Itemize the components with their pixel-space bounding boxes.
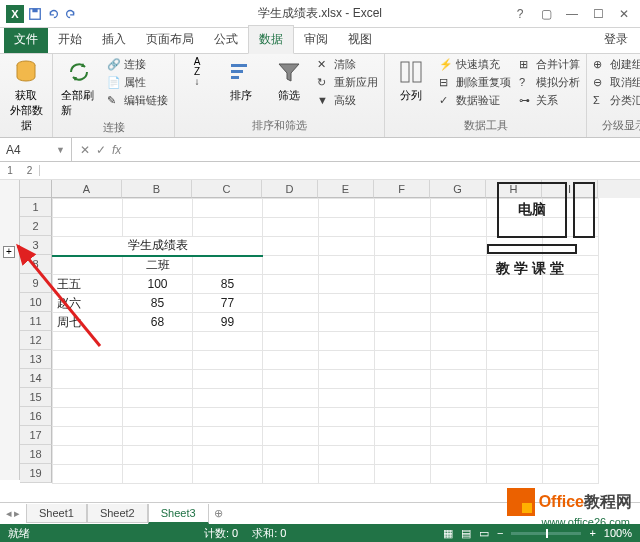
cell[interactable]: 85 [123,294,193,313]
ribbon: 获取 外部数据 全部刷新 🔗连接 📄属性 ✎编辑链接 连接 AZ↓ [0,54,640,138]
row-header[interactable]: 8 [20,255,52,274]
row-header[interactable]: 3 [20,236,52,255]
cancel-formula-icon[interactable]: ✕ [80,143,90,157]
undo-icon[interactable] [46,7,60,21]
zoom-level[interactable]: 100% [604,527,632,539]
save-icon[interactable] [28,7,42,21]
new-sheet-button[interactable]: ⊕ [209,507,229,520]
data-validation-button[interactable]: ✓数据验证 [437,92,513,109]
select-all-cell[interactable] [20,180,52,198]
status-ready: 就绪 [8,526,30,541]
cell-subtitle[interactable]: 二班 [123,256,193,275]
col-header[interactable]: E [318,180,374,198]
ungroup-button[interactable]: ⊖取消组合 [591,74,640,91]
group-connections-label: 连接 [57,120,170,137]
reapply-button[interactable]: ↻重新应用 [315,74,380,91]
sheet-tab[interactable]: Sheet1 [26,504,87,523]
ribbon-options-icon[interactable]: ▢ [534,4,558,24]
cell[interactable]: 赵六 [53,294,123,313]
outline-level-1[interactable]: 1 [0,165,20,176]
col-header[interactable]: B [122,180,192,198]
relationships-button[interactable]: ⊶关系 [517,92,582,109]
cell[interactable]: 68 [123,313,193,332]
excel-icon[interactable]: X [6,5,24,23]
tab-file[interactable]: 文件 [4,26,48,53]
cell[interactable]: 100 [123,275,193,294]
cell[interactable]: 王五 [53,275,123,294]
redo-icon[interactable] [64,7,78,21]
row-header[interactable]: 15 [20,388,52,407]
get-external-data-button[interactable]: 获取 外部数据 [4,56,48,135]
tab-layout[interactable]: 页面布局 [136,26,204,53]
help-icon[interactable]: ? [508,4,532,24]
row-header[interactable]: 12 [20,331,52,350]
subtotal-button[interactable]: Σ分类汇总 [591,92,640,109]
enter-formula-icon[interactable]: ✓ [96,143,106,157]
close-icon[interactable]: ✕ [612,4,636,24]
outline-strip: + [0,180,20,480]
properties-button[interactable]: 📄属性 [105,74,170,91]
row-header[interactable]: 19 [20,464,52,483]
watermark-logo: Office教程网 [507,488,632,516]
row-header[interactable]: 9 [20,274,52,293]
formula-bar: A4▼ ✕ ✓ fx [0,138,640,162]
row-header[interactable]: 1 [20,198,52,217]
row-header[interactable]: 18 [20,445,52,464]
text-to-columns-button[interactable]: 分列 [389,56,433,105]
refresh-all-button[interactable]: 全部刷新 [57,56,101,120]
cell[interactable]: 85 [193,275,263,294]
login-link[interactable]: 登录 [592,26,640,53]
row-header[interactable]: 14 [20,369,52,388]
cell-title[interactable]: 学生成绩表 [53,237,263,256]
col-header[interactable]: F [374,180,430,198]
sheet-nav-last-icon[interactable]: ▸ [14,507,20,520]
tab-insert[interactable]: 插入 [92,26,136,53]
tab-view[interactable]: 视图 [338,26,382,53]
view-layout-icon[interactable]: ▤ [461,527,471,540]
row-header[interactable]: 11 [20,312,52,331]
zoom-in-icon[interactable]: + [589,527,595,539]
maximize-icon[interactable]: ☐ [586,4,610,24]
sort-az-button[interactable]: AZ↓ [179,56,215,88]
connections-button[interactable]: 🔗连接 [105,56,170,73]
filter-button[interactable]: 筛选 [267,56,311,105]
sheet-tab-active[interactable]: Sheet3 [148,504,209,524]
refresh-icon [65,58,93,86]
sort-button[interactable]: 排序 [219,56,263,105]
minimize-icon[interactable]: — [560,4,584,24]
cell[interactable]: 77 [193,294,263,313]
tab-review[interactable]: 审阅 [294,26,338,53]
outline-expand-button[interactable]: + [3,246,15,258]
row-header[interactable]: 17 [20,426,52,445]
zoom-slider[interactable] [511,532,581,535]
zoom-out-icon[interactable]: − [497,527,503,539]
advanced-filter-button[interactable]: ▼高级 [315,92,380,109]
col-header[interactable]: D [262,180,318,198]
consolidate-button[interactable]: ⊞合并计算 [517,56,582,73]
outline-level-2[interactable]: 2 [20,165,40,176]
tab-formula[interactable]: 公式 [204,26,248,53]
row-header[interactable]: 13 [20,350,52,369]
sheet-tab[interactable]: Sheet2 [87,504,148,523]
row-header[interactable]: 2 [20,217,52,236]
sheet-nav-first-icon[interactable]: ◂ [6,507,12,520]
whatif-button[interactable]: ?模拟分析 [517,74,582,91]
cell[interactable]: 99 [193,313,263,332]
clear-filter-button[interactable]: ✕清除 [315,56,380,73]
fx-icon[interactable]: fx [112,143,121,157]
view-break-icon[interactable]: ▭ [479,527,489,540]
group-button[interactable]: ⊕创建组 [591,56,640,73]
row-header[interactable]: 10 [20,293,52,312]
tab-home[interactable]: 开始 [48,26,92,53]
row-header[interactable]: 16 [20,407,52,426]
flash-fill-button[interactable]: ⚡快速填充 [437,56,513,73]
edit-links-button[interactable]: ✎编辑链接 [105,92,170,109]
remove-duplicates-button[interactable]: ⊟删除重复项 [437,74,513,91]
whatif-icon: ? [519,76,533,90]
tab-data[interactable]: 数据 [248,25,294,54]
cell[interactable]: 周七 [53,313,123,332]
col-header[interactable]: C [192,180,262,198]
view-normal-icon[interactable]: ▦ [443,527,453,540]
col-header[interactable]: A [52,180,122,198]
name-box[interactable]: A4▼ [0,138,72,161]
